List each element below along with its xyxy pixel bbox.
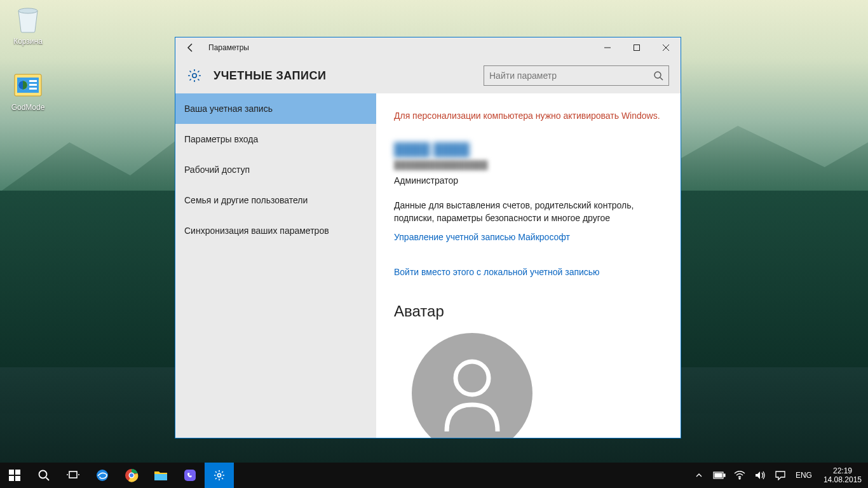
svg-point-17 <box>39 471 47 478</box>
svg-rect-6 <box>29 88 37 90</box>
titlebar[interactable]: Параметры <box>175 37 681 58</box>
task-view-button[interactable] <box>58 463 88 488</box>
taskbar-app-chrome[interactable] <box>117 463 146 488</box>
recycle-bin-icon <box>13 4 43 34</box>
settings-sidebar: Ваша учетная запись Параметры входа Рабо… <box>175 93 376 438</box>
taskbar: ENG 22:19 14.08.2015 <box>0 463 868 488</box>
sidebar-item-label: Синхронизация ваших параметров <box>184 226 329 236</box>
account-description: Данные для выставления счетов, родительс… <box>394 200 663 224</box>
desktop: Корзина GodMode Параметры <box>0 0 868 488</box>
back-button[interactable] <box>184 41 197 54</box>
search-input[interactable] <box>489 71 653 81</box>
tray-wifi-icon[interactable] <box>729 463 750 488</box>
tray-action-center-icon[interactable] <box>770 463 790 488</box>
svg-rect-30 <box>724 474 725 477</box>
desktop-icon-label: Корзина <box>4 37 52 46</box>
user-email: ████████████████ <box>394 159 663 171</box>
sidebar-item-your-account[interactable]: Ваша учетная запись <box>175 93 376 124</box>
taskbar-app-edge[interactable] <box>88 463 117 488</box>
search-icon <box>653 71 663 81</box>
svg-point-10 <box>654 72 661 78</box>
search-box[interactable] <box>484 65 669 86</box>
settings-content: Для персонализации компьютера нужно акти… <box>376 93 681 438</box>
tray-overflow-button[interactable] <box>689 463 709 488</box>
tray-date: 14.08.2015 <box>824 475 862 484</box>
svg-point-12 <box>456 362 489 395</box>
window-title: Параметры <box>208 43 249 52</box>
taskbar-search-button[interactable] <box>29 463 58 488</box>
user-role: Администратор <box>394 175 663 187</box>
svg-rect-19 <box>69 471 77 478</box>
svg-rect-13 <box>9 470 14 475</box>
sidebar-item-family-users[interactable]: Семья и другие пользователи <box>175 185 376 215</box>
sidebar-item-label: Семья и другие пользователи <box>184 195 308 205</box>
sidebar-item-sync-settings[interactable]: Синхронизация ваших параметров <box>175 215 376 246</box>
activation-warning: Для персонализации компьютера нужно акти… <box>394 110 661 123</box>
system-tray: ENG 22:19 14.08.2015 <box>689 463 868 488</box>
close-button[interactable] <box>651 37 681 58</box>
desktop-icon-recycle-bin[interactable]: Корзина <box>4 4 52 46</box>
tray-language[interactable]: ENG <box>790 471 817 480</box>
user-display-name: ████ ████ <box>394 140 663 158</box>
svg-rect-5 <box>29 84 37 86</box>
taskbar-app-settings[interactable] <box>205 463 234 488</box>
tray-battery-icon[interactable] <box>709 463 729 488</box>
svg-rect-15 <box>9 476 14 481</box>
sidebar-item-work-access[interactable]: Рабочий доступ <box>175 154 376 185</box>
maximize-button[interactable] <box>622 37 651 58</box>
tray-clock[interactable]: 22:19 14.08.2015 <box>817 466 868 485</box>
svg-point-9 <box>193 74 196 78</box>
start-button[interactable] <box>0 463 29 488</box>
svg-rect-8 <box>634 45 640 51</box>
taskbar-app-viber[interactable] <box>175 463 205 488</box>
svg-rect-31 <box>715 473 722 477</box>
gear-icon <box>187 68 202 83</box>
person-icon <box>437 355 507 431</box>
sidebar-item-label: Ваша учетная запись <box>184 104 273 114</box>
settings-header: УЧЕТНЫЕ ЗАПИСИ <box>175 58 681 93</box>
svg-line-18 <box>46 478 50 481</box>
svg-rect-26 <box>154 474 167 480</box>
svg-point-0 <box>18 8 37 13</box>
sidebar-item-label: Параметры входа <box>184 134 258 144</box>
user-block: ████ ████ ████████████████ Администратор <box>394 140 663 187</box>
desktop-icon-label: GodMode <box>4 103 52 112</box>
avatar-heading: Аватар <box>394 301 663 322</box>
page-heading: УЧЕТНЫЕ ЗАПИСИ <box>214 69 326 83</box>
svg-point-32 <box>739 478 740 479</box>
tray-volume-icon[interactable] <box>750 463 770 488</box>
settings-window: Параметры УЧЕТНЫЕ ЗАП <box>175 37 681 438</box>
svg-rect-14 <box>15 470 20 475</box>
avatar-placeholder <box>412 333 532 438</box>
sidebar-item-signin-options[interactable]: Параметры входа <box>175 124 376 154</box>
svg-rect-4 <box>29 80 37 82</box>
svg-point-25 <box>130 473 133 477</box>
manage-account-link[interactable]: Управление учетной записью Майкрософт <box>394 231 570 244</box>
godmode-icon <box>13 70 43 100</box>
sidebar-item-label: Рабочий доступ <box>184 165 250 175</box>
minimize-button[interactable] <box>593 37 622 58</box>
svg-point-28 <box>217 473 220 477</box>
local-signin-link[interactable]: Войти вместо этого с локальной учетной з… <box>394 266 600 279</box>
svg-line-11 <box>660 78 663 80</box>
tray-time: 22:19 <box>824 466 862 475</box>
taskbar-app-explorer[interactable] <box>146 463 175 488</box>
svg-rect-16 <box>15 476 20 481</box>
svg-rect-27 <box>184 470 196 481</box>
desktop-icon-godmode[interactable]: GodMode <box>4 70 52 112</box>
